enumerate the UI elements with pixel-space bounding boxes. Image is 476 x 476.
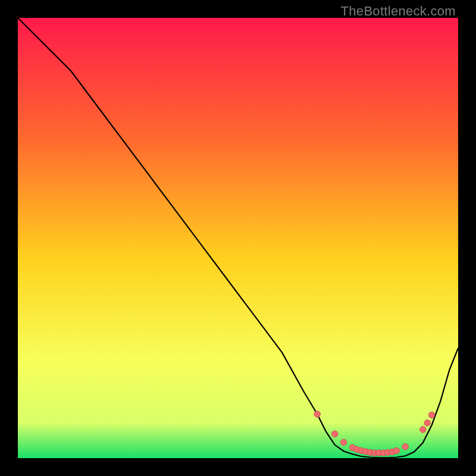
marker-dot (402, 444, 408, 450)
marker-dot (340, 439, 346, 445)
marker-dot (424, 420, 430, 426)
marker-dot (420, 427, 426, 433)
marker-dot (332, 431, 338, 437)
watermark-text: TheBottleneck.com (341, 4, 456, 19)
gradient-background (18, 18, 458, 458)
marker-dot (428, 412, 434, 418)
marker-dot (393, 447, 399, 453)
chart-frame: TheBottleneck.com (0, 0, 476, 476)
plot-area (18, 18, 458, 458)
chart-svg (18, 18, 458, 458)
marker-dot (314, 411, 320, 417)
